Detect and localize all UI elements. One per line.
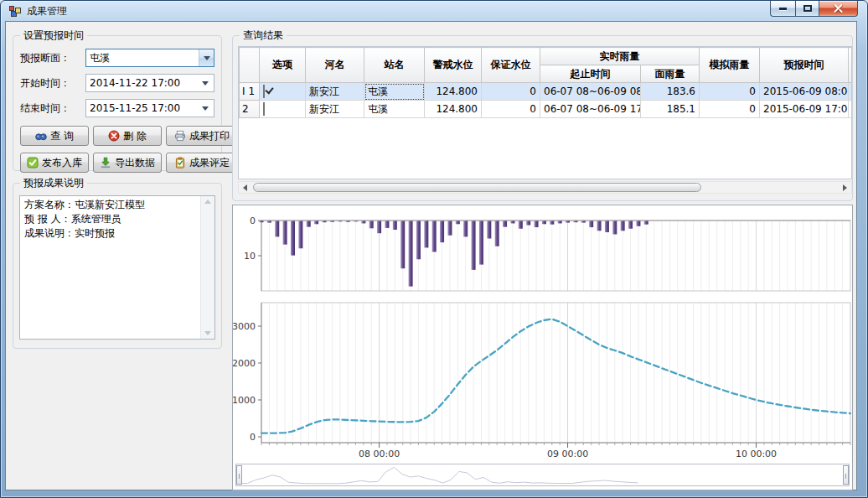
query-button[interactable]: 查 询 bbox=[20, 126, 89, 146]
close-icon bbox=[834, 4, 843, 13]
svg-text:1000: 1000 bbox=[233, 395, 256, 406]
nav-strip[interactable] bbox=[235, 464, 850, 486]
app-icon bbox=[8, 4, 22, 18]
maximize-button[interactable] bbox=[795, 1, 819, 17]
printer-icon bbox=[174, 130, 186, 142]
col-warn-level-header[interactable]: 警戒水位 bbox=[425, 48, 482, 83]
download-icon bbox=[100, 157, 111, 169]
right-panel: 查询结果 选项 河名 站名 bbox=[230, 22, 855, 488]
hscroll-thumb[interactable] bbox=[253, 183, 701, 192]
cell-warn-level[interactable]: 124.800 bbox=[425, 101, 482, 118]
col-station-header[interactable]: 站名 bbox=[364, 48, 425, 83]
cell-sim-rain[interactable]: 0 bbox=[700, 101, 760, 118]
scroll-left-icon[interactable] bbox=[239, 182, 251, 193]
group-forecast-desc-title: 预报成果说明 bbox=[20, 176, 87, 189]
desc-scrollbar[interactable] bbox=[200, 196, 214, 339]
scroll-down-icon[interactable] bbox=[204, 331, 211, 335]
action-buttons: 查 询 删 除 bbox=[20, 126, 218, 173]
cell-river[interactable]: 新安江 bbox=[306, 83, 364, 101]
window-controls bbox=[770, 1, 858, 17]
client-area: 设置预报时间 预报断面： 屯溪 开始时间： 2014-11-22 17:00 bbox=[5, 21, 857, 490]
row-header[interactable]: I 1 bbox=[240, 83, 260, 101]
scroll-right-icon[interactable] bbox=[839, 182, 851, 193]
col-realtime-rain-header[interactable]: 实时雨量 bbox=[540, 48, 700, 65]
binoculars-icon bbox=[35, 130, 47, 142]
forecast-section-select[interactable]: 屯溪 bbox=[85, 49, 214, 67]
export-button[interactable]: 导出数据 bbox=[93, 153, 162, 173]
chevron-down-icon[interactable] bbox=[199, 49, 214, 66]
cell-warn-level[interactable]: 124.800 bbox=[425, 83, 482, 101]
results-grid: 选项 河名 站名 警戒水位 保证水位 实时雨量 模拟雨量 预报时间 ： bbox=[238, 46, 852, 179]
col-time-range-header[interactable]: 起止时间 bbox=[540, 65, 641, 83]
end-time-value: 2015-11-25 17:00 bbox=[90, 102, 180, 114]
cell-cut[interactable]: ： bbox=[849, 101, 853, 118]
col-sim-rain-header[interactable]: 模拟雨量 bbox=[700, 48, 760, 83]
rainfall-bar-chart: 010 bbox=[233, 212, 853, 298]
end-time-picker[interactable]: 2015-11-25 17:00 bbox=[85, 99, 214, 117]
grid-hscrollbar[interactable] bbox=[238, 181, 852, 194]
nav-left-handle[interactable] bbox=[236, 465, 242, 485]
cell-time-range[interactable]: 06-07 08~06-09 17 bbox=[540, 101, 641, 118]
group-forecast-time-title: 设置预报时间 bbox=[20, 29, 87, 42]
col-guarantee-level-header[interactable]: 保证水位 bbox=[482, 48, 540, 83]
close-button[interactable] bbox=[819, 1, 858, 17]
cell-forecast-time[interactable]: 2015-06-09 17:00 bbox=[760, 101, 849, 118]
forecast-section-value: 屯溪 bbox=[90, 51, 110, 65]
cell-river[interactable]: 新安江 bbox=[306, 101, 364, 118]
nav-right-handle[interactable] bbox=[843, 465, 849, 485]
app-window: 成果管理 设置预报时间 预报断面： 屯溪 开始时间： 2 bbox=[0, 0, 868, 498]
col-option-header[interactable]: 选项 bbox=[260, 48, 306, 83]
col-area-rain-header[interactable]: 面雨量 bbox=[641, 65, 700, 83]
svg-text:2000: 2000 bbox=[233, 358, 256, 369]
nav-overview-chart bbox=[236, 464, 853, 485]
row-checkbox[interactable] bbox=[263, 85, 265, 98]
svg-text:0: 0 bbox=[250, 215, 256, 226]
print-button[interactable]: 成果打印 bbox=[166, 126, 238, 146]
table-row[interactable]: I 1 新安江 屯溪 124.800 0 06-07 08~06-09 08 1… bbox=[240, 83, 853, 101]
chevron-down-icon[interactable] bbox=[197, 75, 214, 91]
evaluate-button[interactable]: 成果评定 bbox=[166, 153, 238, 173]
svg-text:3000: 3000 bbox=[233, 321, 256, 332]
group-forecast-time: 设置预报时间 预报断面： 屯溪 开始时间： 2014-11-22 17:00 bbox=[13, 35, 222, 171]
chart-panel: 010 010002000300008 00:0009 00:0010 00:0… bbox=[232, 205, 853, 490]
corner-header[interactable] bbox=[240, 48, 260, 83]
clipboard-icon bbox=[174, 157, 186, 169]
col-cut-header[interactable]: ： bbox=[849, 48, 853, 83]
cell-guarantee-level[interactable]: 0 bbox=[482, 101, 540, 118]
svg-text:10 00:00: 10 00:00 bbox=[736, 449, 777, 459]
forecast-desc-text: 方案名称：屯溪新安江模型预 报 人：系统管理员成果说明：实时预报 bbox=[20, 196, 214, 242]
row-checkbox[interactable] bbox=[263, 102, 265, 116]
cell-station[interactable]: 屯溪 bbox=[364, 101, 425, 118]
svg-text:08 00:00: 08 00:00 bbox=[359, 449, 400, 459]
forecast-desc-textarea[interactable]: 方案名称：屯溪新安江模型预 报 人：系统管理员成果说明：实时预报 bbox=[19, 195, 215, 340]
chevron-down-icon[interactable] bbox=[197, 100, 214, 117]
cell-option[interactable] bbox=[260, 101, 306, 118]
table-row[interactable]: 2 新安江 屯溪 124.800 0 06-07 08~06-09 17 185… bbox=[240, 101, 853, 118]
end-time-label: 结束时间： bbox=[20, 101, 85, 116]
cell-area-rain[interactable]: 185.1 bbox=[641, 101, 700, 118]
titlebar[interactable]: 成果管理 bbox=[1, 1, 867, 21]
svg-text:09 00:00: 09 00:00 bbox=[547, 449, 588, 459]
cell-forecast-time[interactable]: 2015-06-09 08:00 bbox=[760, 83, 849, 101]
publish-button[interactable]: 发布入库 bbox=[20, 153, 89, 173]
delete-button[interactable]: 删 除 bbox=[93, 126, 162, 146]
results-group: 查询结果 选项 河名 站名 bbox=[232, 35, 853, 201]
col-forecast-time-header[interactable]: 预报时间 bbox=[760, 48, 849, 83]
cell-time-range[interactable]: 06-07 08~06-09 08 bbox=[540, 83, 641, 101]
left-panel: 设置预报时间 预报断面： 屯溪 开始时间： 2014-11-22 17:00 bbox=[8, 22, 227, 488]
cell-option[interactable] bbox=[260, 83, 306, 101]
minimize-button[interactable] bbox=[770, 1, 795, 17]
cell-sim-rain[interactable]: 0 bbox=[700, 83, 760, 101]
flow-line-chart: 010002000300008 00:0009 00:0010 00:00 bbox=[233, 299, 853, 467]
start-time-picker[interactable]: 2014-11-22 17:00 bbox=[85, 74, 214, 92]
window-title: 成果管理 bbox=[27, 4, 67, 18]
scroll-up-icon[interactable] bbox=[204, 200, 211, 204]
check-icon bbox=[27, 157, 39, 169]
group-forecast-desc: 预报成果说明 方案名称：屯溪新安江模型预 报 人：系统管理员成果说明：实时预报 bbox=[13, 183, 222, 349]
col-river-header[interactable]: 河名 bbox=[306, 48, 364, 83]
row-header[interactable]: 2 bbox=[240, 101, 260, 118]
cell-guarantee-level[interactable]: 0 bbox=[482, 83, 540, 101]
cell-area-rain[interactable]: 183.6 bbox=[641, 83, 700, 101]
cell-station[interactable]: 屯溪 bbox=[364, 83, 425, 101]
cell-cut[interactable]: ： bbox=[849, 83, 853, 101]
